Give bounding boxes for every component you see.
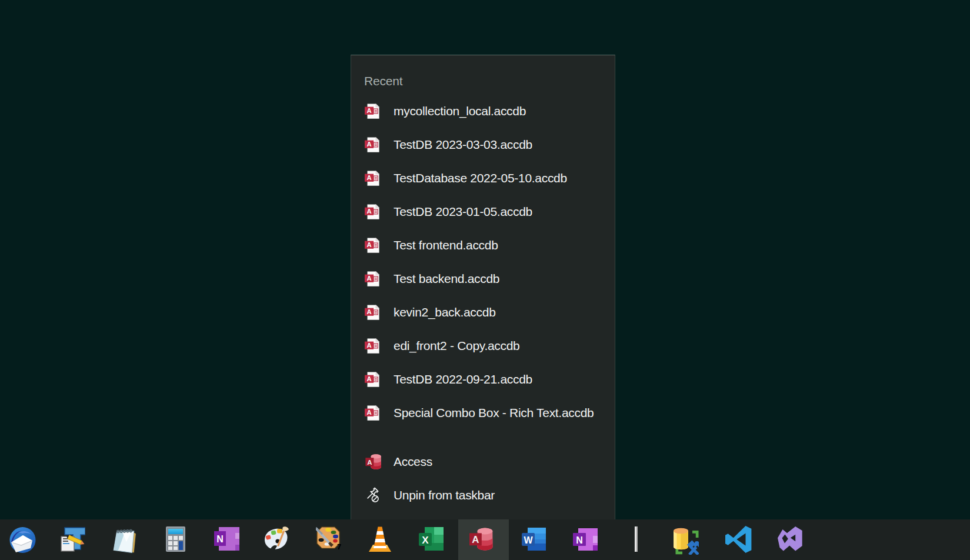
- svg-text:N: N: [216, 534, 224, 544]
- svg-text:7: 7: [337, 542, 341, 550]
- svg-text:N: N: [576, 535, 583, 545]
- svg-text:X: X: [422, 535, 429, 546]
- svg-text:W: W: [524, 535, 533, 545]
